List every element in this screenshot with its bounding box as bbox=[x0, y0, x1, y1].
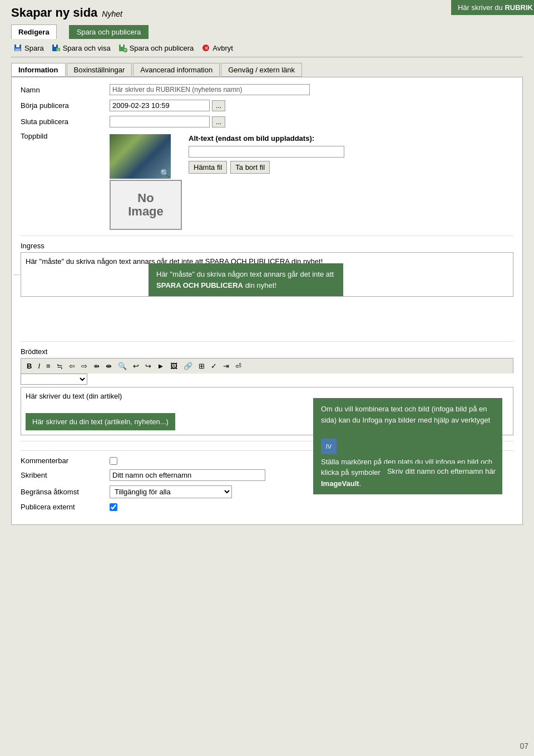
skribent-label: Skribent bbox=[21, 471, 110, 479]
svg-text:P: P bbox=[124, 48, 127, 52]
rte-return[interactable]: ⏎ bbox=[233, 361, 244, 371]
namn-row: Namn bbox=[21, 84, 513, 95]
svg-rect-1 bbox=[16, 45, 19, 47]
tab-avancerad[interactable]: Avancerad information bbox=[133, 63, 220, 77]
svg-rect-8 bbox=[121, 45, 123, 47]
ingress-label: Ingress bbox=[21, 242, 513, 250]
save-view-icon: V bbox=[52, 43, 61, 52]
alt-text-label: Alt-text (endast om bild uppladdats): bbox=[189, 134, 344, 143]
tooltip-text: Om du vill kombinera text och bild (info… bbox=[313, 398, 502, 494]
tab-boxinstallningar[interactable]: Boxinställningar bbox=[67, 63, 132, 77]
no-image-box: NoImage bbox=[110, 180, 182, 230]
rte-align-right[interactable]: ⇻ bbox=[91, 361, 102, 371]
cancel-icon: ✕ bbox=[201, 43, 210, 52]
svg-text:✕: ✕ bbox=[204, 45, 209, 51]
rte-arrow[interactable]: ► bbox=[155, 361, 167, 371]
svg-rect-4 bbox=[54, 45, 56, 47]
spara-publicera-button[interactable]: P Spara och publicera bbox=[116, 42, 196, 53]
namn-label: Namn bbox=[21, 86, 110, 94]
sluta-label: Sluta publicera bbox=[21, 117, 110, 126]
tooltip-ingress: Här "måste" du skriva någon text annars … bbox=[149, 263, 343, 296]
publicera-row: Publicera externt bbox=[21, 503, 513, 511]
borja-label: Börja publicera bbox=[21, 101, 110, 110]
main-tab-bar: Redigera Spara och publicera bbox=[11, 24, 523, 39]
tab-redigera[interactable]: Redigera bbox=[11, 24, 57, 39]
namn-input[interactable] bbox=[110, 84, 310, 95]
kommenterbar-checkbox[interactable] bbox=[110, 457, 117, 465]
rte-ul[interactable]: ≒ bbox=[55, 361, 65, 371]
tab-content: Här skriver du RUBRIK Namn Börja publice… bbox=[11, 77, 523, 525]
rte-bold[interactable]: B bbox=[24, 361, 34, 371]
save-icon bbox=[13, 43, 22, 52]
begränsa-label: Begränsa åtkomst bbox=[21, 488, 110, 496]
rte-align-justify[interactable]: ⇼ bbox=[103, 361, 114, 371]
ta-bort-fil-button[interactable]: Ta bort fil bbox=[230, 161, 270, 174]
tooltip-rubrik: Här skriver du RUBRIK bbox=[451, 0, 534, 15]
info-tabs: Information Boxinställningar Avancerad i… bbox=[11, 63, 523, 77]
image-search-icon[interactable]: 🔍 bbox=[160, 169, 170, 178]
alt-text-section: Alt-text (endast om bild uppladdats): Hä… bbox=[189, 134, 344, 174]
rte-area-wrapper: Här skriver du text (din artikel) Här sk… bbox=[21, 387, 513, 435]
svg-text:V: V bbox=[57, 48, 60, 52]
rte-toolbar: B I ≡ ≒ ⇦ ⇨ ⇻ ⇼ 🔍 ↩ ↪ ► 🖼 🔗 ⊞ ✓ ⇥ ⏎ bbox=[21, 358, 513, 374]
rte-link[interactable]: 🔗 bbox=[181, 361, 195, 371]
tab-information[interactable]: Information bbox=[11, 63, 66, 77]
spara-button[interactable]: Spara bbox=[11, 42, 46, 53]
image-container: 🔍 NoImage bbox=[110, 134, 182, 230]
publicera-checkbox[interactable] bbox=[110, 503, 117, 511]
imagevault-icon: IV bbox=[321, 439, 337, 454]
rte-italic[interactable]: I bbox=[36, 361, 42, 371]
hamta-fil-button[interactable]: Hämta fil bbox=[189, 161, 227, 174]
image-area: 🔍 NoImage Alt-text (endast om bild uppla… bbox=[110, 134, 344, 230]
begränsa-select[interactable]: Tillgänglig för alla bbox=[110, 485, 232, 498]
rte-redo[interactable]: ↪ bbox=[143, 361, 154, 371]
page-number: 07 bbox=[520, 742, 528, 750]
tab-genvag[interactable]: Genväg / extern länk bbox=[221, 63, 302, 77]
publicera-label: Publicera externt bbox=[21, 503, 110, 511]
rte-image[interactable]: 🖼 bbox=[168, 361, 180, 371]
toolbar: Spara V Spara och visa P Spara och publi… bbox=[11, 39, 523, 57]
rte-align-left[interactable]: ⇦ bbox=[67, 361, 77, 371]
file-buttons: Hämta fil Ta bort fil bbox=[189, 161, 344, 174]
style-row bbox=[21, 374, 513, 385]
skribent-input[interactable] bbox=[110, 469, 265, 481]
rte-ol[interactable]: ≡ bbox=[44, 361, 53, 371]
borja-input[interactable] bbox=[110, 100, 210, 111]
spara-visa-button[interactable]: V Spara och visa bbox=[50, 42, 113, 53]
alt-text-input[interactable] bbox=[189, 146, 344, 158]
rte-align-center[interactable]: ⇨ bbox=[79, 361, 90, 371]
page-subtitle: Nyhet bbox=[102, 9, 122, 18]
resize-handle[interactable]: ···· bbox=[13, 272, 19, 278]
toppbild-row: Toppbild 🔍 NoImage Alt-text (endast om b… bbox=[21, 132, 513, 230]
brodtext-label: Brödtext bbox=[21, 347, 513, 356]
borja-row: Börja publicera ... bbox=[21, 100, 513, 111]
sluta-picker-button[interactable]: ... bbox=[212, 116, 225, 127]
publish-button[interactable]: Spara och publicera bbox=[69, 25, 149, 39]
sluta-row: Sluta publicera ... bbox=[21, 116, 513, 127]
tooltip-skribent: Skriv ditt namn och efternamn här bbox=[380, 464, 502, 479]
rte-table[interactable]: ⊞ bbox=[196, 361, 207, 371]
save-publish-icon: P bbox=[118, 43, 127, 52]
sluta-input[interactable] bbox=[110, 116, 210, 127]
avbryt-button[interactable]: ✕ Avbryt bbox=[199, 42, 235, 53]
image-preview: 🔍 bbox=[110, 134, 171, 179]
borja-picker-button[interactable]: ... bbox=[212, 100, 225, 111]
rte-undo[interactable]: ↩ bbox=[131, 361, 141, 371]
kommenterbar-label: Kommenterbar bbox=[21, 456, 110, 465]
toppbild-label: Toppbild bbox=[21, 132, 110, 140]
tooltip-brodtext-inline: Här skriver du din text (artikeln, nyhet… bbox=[26, 413, 175, 430]
style-select[interactable] bbox=[21, 374, 87, 385]
page-title: Skapar ny sida Nyhet bbox=[11, 6, 523, 20]
rte-check[interactable]: ✓ bbox=[209, 361, 219, 371]
rte-tab[interactable]: ⇥ bbox=[221, 361, 231, 371]
svg-rect-2 bbox=[15, 48, 21, 51]
ingress-wrapper: ···· Här "måste" du skriva någon text an… bbox=[21, 252, 513, 297]
rte-find[interactable]: 🔍 bbox=[116, 361, 129, 371]
